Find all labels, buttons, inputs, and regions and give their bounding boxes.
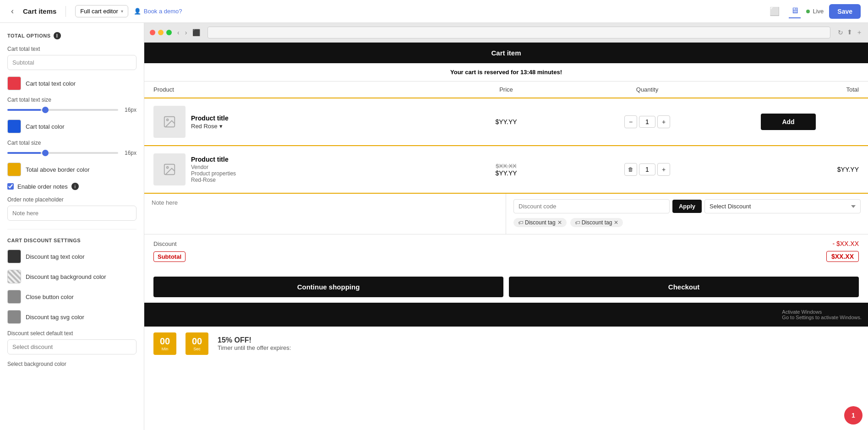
order-notes-info-icon[interactable]: i: [71, 183, 79, 190]
cart-total-text-color-swatch[interactable]: [7, 76, 21, 90]
total-above-border-color-swatch[interactable]: [7, 163, 21, 176]
discount-tag-bg-color-swatch[interactable]: [7, 270, 21, 283]
product-info: Product title Vendor Product properties …: [191, 156, 236, 183]
add-to-cart-button[interactable]: Add: [761, 114, 816, 130]
checkout-button[interactable]: Checkout: [509, 277, 859, 297]
apply-discount-button[interactable]: Apply: [672, 200, 702, 213]
live-dot: [806, 10, 810, 13]
tag-icon: 🏷: [518, 220, 523, 225]
discount-tag-text-color-swatch[interactable]: [7, 250, 21, 263]
tablet-icon[interactable]: ⬜: [768, 5, 781, 18]
discount-tag-bg-color-label: Discount tag background color: [26, 273, 106, 280]
back-nav-arrow[interactable]: ‹: [175, 29, 181, 36]
cart-total-size-row: 16px: [7, 150, 136, 156]
promo-content: 15% OFF! Timer until the offer expires:: [218, 336, 291, 351]
person-icon: 👤: [134, 8, 141, 15]
product-properties: Product properties: [191, 170, 236, 177]
subtotal-label: Subtotal: [153, 251, 186, 262]
cart-preview: Cart item Your cart is reserved for 13:4…: [144, 43, 868, 430]
cart-total-color-swatch[interactable]: [7, 120, 21, 133]
promo-subtitle: Timer until the offer expires:: [218, 344, 291, 351]
minimize-window-button[interactable]: [158, 30, 164, 35]
total-cell: Add: [718, 114, 859, 130]
continue-shopping-button[interactable]: Continue shopping: [153, 277, 503, 297]
discount-tag-bg-color-row: Discount tag background color: [7, 270, 136, 283]
cart-summary: Discount - $XX.XX Subtotal $XX.XX: [144, 234, 868, 271]
product-col-header: Product: [153, 86, 436, 93]
cart-total-size-slider[interactable]: [7, 152, 118, 154]
notes-discount-area: Apply Select Discount 🏷 Discount tag ✕ 🏷: [144, 194, 868, 234]
desktop-icon[interactable]: 🖥: [789, 4, 801, 18]
discount-tag-svg-color-swatch[interactable]: [7, 310, 21, 324]
timer-min-label: Min: [159, 347, 171, 351]
cart-table-header: Product Price Quantity Total: [144, 82, 868, 98]
cart-total-text-input[interactable]: [7, 55, 136, 70]
select-discount-dropdown[interactable]: Select Discount: [704, 199, 861, 213]
new-tab-icon[interactable]: ＋: [856, 28, 863, 37]
total-cell: $YY.YY: [718, 166, 859, 173]
discount-tag: 🏷 Discount tag ✕: [570, 218, 623, 227]
forward-nav-arrow[interactable]: ›: [183, 29, 189, 36]
cart-reserved-banner: Your cart is reserved for 13:48 minutes!: [144, 63, 868, 82]
quantity-decrease-button[interactable]: −: [624, 115, 637, 128]
product-cell: Product title Vendor Product properties …: [153, 153, 436, 185]
enable-order-notes-row: Enable order notes i: [7, 183, 136, 190]
maximize-window-button[interactable]: [166, 30, 172, 35]
remove-item-button[interactable]: 🗑: [624, 163, 637, 176]
total-above-border-color-row: Total above border color: [7, 163, 136, 176]
address-bar[interactable]: [207, 27, 830, 38]
discount-select-default-input[interactable]: [7, 339, 136, 354]
timer-sec-value: 00: [191, 336, 203, 347]
discount-tags: 🏷 Discount tag ✕ 🏷 Discount tag ✕: [513, 218, 861, 227]
discount-tag-label: Discount tag: [525, 219, 556, 226]
discount-tag-text-color-row: Discount tag text color: [7, 250, 136, 263]
enable-order-notes-checkbox[interactable]: [7, 183, 14, 190]
product-sku: Red-Rose: [191, 177, 236, 183]
sale-price: $YY.YY: [436, 169, 577, 177]
order-note-placeholder-input[interactable]: [7, 206, 136, 221]
cart-editor-dropdown[interactable]: Full cart editor ▾: [75, 5, 128, 17]
left-panel: TOTAL OPTIONS i Cart total text Cart tot…: [0, 23, 144, 430]
cart-total-text-size-slider[interactable]: [7, 109, 118, 111]
preview-area: ‹ › ⬛ ↻ ⬆ ＋ Cart item Your cart is reser…: [144, 23, 868, 430]
page-title: Cart items: [23, 7, 56, 15]
discount-code-input[interactable]: [513, 199, 670, 213]
info-icon[interactable]: i: [54, 32, 61, 39]
product-thumbnail: [153, 153, 186, 185]
close-button-color-label: Close button color: [26, 294, 74, 300]
close-button-color-swatch[interactable]: [7, 290, 21, 304]
traffic-lights: [150, 30, 172, 35]
cart-total-text-size-value: 16px: [122, 107, 136, 113]
save-button[interactable]: Save: [829, 4, 861, 19]
price-cell: $YY.YY: [436, 118, 577, 125]
notification-count: 1: [852, 412, 855, 419]
tag-icon: 🏷: [575, 220, 580, 225]
quantity-increase-button[interactable]: +: [657, 115, 670, 128]
close-window-button[interactable]: [150, 30, 155, 35]
remove-discount-tag-button[interactable]: ✕: [557, 219, 562, 226]
book-demo-link[interactable]: 👤 Book a demo?: [134, 8, 182, 15]
quantity-increase-button[interactable]: +: [657, 163, 670, 176]
product-title: Product title: [191, 114, 229, 122]
cart-total-size-value: 16px: [122, 150, 136, 156]
remove-discount-tag-button[interactable]: ✕: [614, 219, 618, 226]
quantity-cell: − +: [577, 115, 718, 128]
quantity-input[interactable]: [639, 163, 655, 175]
timer-sec-label: Sec: [191, 347, 203, 351]
discount-tag-label: Discount tag: [582, 219, 612, 226]
timer-seconds: 00 Sec: [186, 332, 208, 355]
dropdown-label: Full cart editor: [80, 8, 118, 15]
share-icon[interactable]: ⬆: [847, 28, 852, 37]
total-above-border-color-label: Total above border color: [26, 166, 89, 173]
expand-icon[interactable]: ⬛: [192, 29, 200, 36]
cart-total-color-row: Cart total color: [7, 120, 136, 133]
order-note-placeholder-label: Order note placeholder: [7, 196, 136, 203]
cart-total-text-color-label: Cart total text color: [26, 80, 76, 87]
refresh-icon[interactable]: ↻: [838, 29, 843, 36]
order-note-textarea[interactable]: [152, 199, 498, 227]
quantity-input[interactable]: [639, 116, 655, 128]
product-title: Product title: [191, 156, 236, 163]
discount-tag: 🏷 Discount tag ✕: [513, 218, 567, 227]
back-button[interactable]: ‹: [7, 5, 17, 18]
chat-notification-badge[interactable]: 1: [844, 406, 863, 425]
